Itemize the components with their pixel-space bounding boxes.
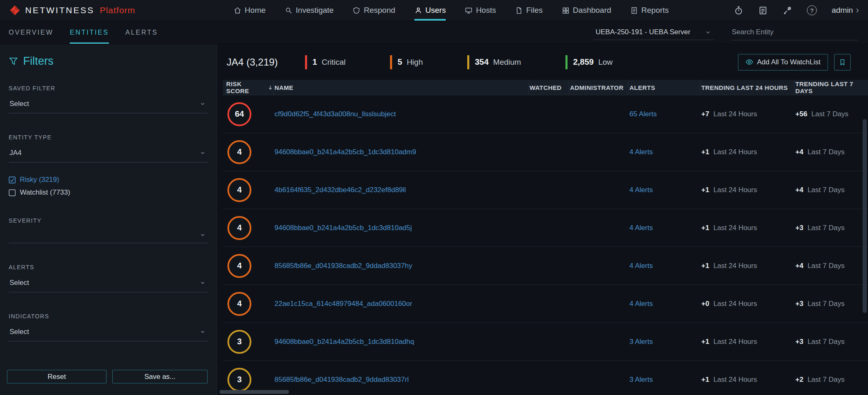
nav-item-dashboard[interactable]: Dashboard	[562, 0, 611, 21]
save-as-button[interactable]: Save as...	[112, 370, 208, 383]
export-bookmark-button[interactable]	[834, 54, 851, 71]
horizontal-scrollbar-thumb[interactable]	[220, 390, 289, 394]
table-row[interactable]: 4 22ae1c15ca_614c48979484_ada0600160or 4…	[223, 285, 868, 323]
entity-name-link[interactable]: 94608bbae0_b241a4a2b5cb_1dc3d810adhq	[274, 338, 414, 346]
chevron-down-icon	[200, 280, 206, 286]
respond-icon	[352, 7, 360, 14]
top-nav-right: ? admin ›	[734, 0, 859, 21]
saved-filter-select[interactable]: Select	[9, 98, 208, 113]
trend-7d-value: +4	[795, 148, 803, 156]
health-report-icon[interactable]	[758, 6, 768, 15]
table-row[interactable]: 4 94608bbae0_b241a4a2b5cb_1dc3d810adm9 4…	[223, 133, 868, 171]
entity-name-link[interactable]: cf9d0d62f5_4f43d3a008nu_llsslsubject	[274, 110, 396, 118]
entity-type-select[interactable]: JA4	[9, 147, 208, 162]
severity-medium: 354 Medium	[467, 55, 521, 69]
table-row[interactable]: 4 94608bbae0_b241a4a2b5cb_1dc3d810ad5j 4…	[223, 209, 868, 247]
alerts-link[interactable]: 4 Alerts	[629, 186, 653, 194]
col-watched[interactable]: WATCHED	[529, 80, 569, 95]
eye-icon	[745, 58, 753, 66]
table-row[interactable]: 64 cf9d0d62f5_4f43d3a008nu_llsslsubject …	[223, 95, 868, 133]
add-all-to-watchlist-button[interactable]: Add All To WatchList	[738, 54, 828, 71]
col-alerts[interactable]: ALERTS	[629, 80, 700, 95]
col-administrator[interactable]: ADMINISTRATOR	[569, 80, 629, 95]
nav-item-respond[interactable]: Respond	[352, 0, 395, 21]
table-row[interactable]: 3 85685fb86e_d041938cadb2_9ddad83037rl 3…	[223, 361, 868, 395]
trend-7d-label: Last 7 Days	[807, 338, 844, 346]
col-trending-7d[interactable]: TRENDING LAST 7 DAYS	[795, 80, 868, 95]
checkbox-checked-icon	[9, 176, 16, 183]
home-icon	[234, 7, 241, 14]
tab-entities[interactable]: ENTITIES	[70, 21, 109, 44]
sub-nav: OVERVIEW ENTITIES ALERTS UEBA-250-191 - …	[0, 21, 868, 44]
high-count: 5	[397, 57, 402, 67]
nav-item-hosts[interactable]: Hosts	[465, 0, 496, 21]
alerts-link[interactable]: 4 Alerts	[629, 300, 653, 308]
vertical-scrollbar-thumb[interactable]	[863, 119, 867, 313]
saved-filter-value: Select	[9, 100, 29, 108]
checkbox-label: Watchlist (7733)	[20, 188, 70, 197]
reset-button[interactable]: Reset	[7, 370, 106, 383]
tab-overview[interactable]: OVERVIEW	[9, 21, 53, 44]
entity-name-link[interactable]: 85685fb86e_d041938cadb2_9ddad83037hy	[274, 262, 412, 270]
tab-alerts[interactable]: ALERTS	[125, 21, 158, 44]
indicators-select[interactable]: Select	[9, 326, 208, 341]
trend-24h-label: Last 24 Hours	[713, 224, 757, 232]
col-trending-24h[interactable]: TRENDING LAST 24 HOURS	[700, 80, 795, 95]
trend-7d-value: +3	[795, 224, 803, 232]
top-nav: NETWITNESS Platform Home Investigate Res…	[0, 0, 868, 21]
alerts-link[interactable]: 4 Alerts	[629, 262, 653, 270]
user-menu[interactable]: admin ›	[832, 6, 859, 15]
saved-filter-label: SAVED FILTER	[9, 85, 208, 92]
entity-name-link[interactable]: 94608bbae0_b241a4a2b5cb_1dc3d810adm9	[274, 148, 416, 156]
nav-item-home[interactable]: Home	[234, 0, 266, 21]
alerts-link[interactable]: 3 Alerts	[629, 338, 653, 346]
entity-type-value: JA4	[9, 149, 21, 157]
alerts-link[interactable]: 4 Alerts	[629, 148, 653, 156]
timer-icon[interactable]	[734, 6, 743, 15]
table-row[interactable]: 3 94608bbae0_b241a4a2b5cb_1dc3d810adhq 3…	[223, 323, 868, 361]
search-entity-input[interactable]	[731, 24, 858, 40]
ueba-server-select[interactable]: UEBA-250-191 - UEBA Server	[593, 25, 714, 40]
trend-24h-value: +1	[701, 376, 709, 384]
table-row[interactable]: 4 85685fb86e_d041938cadb2_9ddad83037hy 4…	[223, 247, 868, 285]
col-risk-score[interactable]: RISK SCORE	[223, 80, 274, 95]
entity-name-link[interactable]: 4b6164f635_2d432dbe46c2_d232ef8d89ll	[274, 186, 406, 194]
alerts-value: Select	[9, 279, 29, 287]
entity-name-link[interactable]: 22ae1c15ca_614c48979484_ada0600160or	[274, 300, 412, 308]
risk-score-badge: 3	[227, 330, 251, 354]
entities-table: RISK SCORE NAME WATCHED ADMINISTRATOR AL…	[223, 80, 868, 395]
chevron-down-icon	[200, 329, 206, 335]
trend-24h-label: Last 24 Hours	[713, 262, 757, 270]
trend-24h-label: Last 24 Hours	[713, 148, 757, 156]
table-row[interactable]: 4 4b6164f635_2d432dbe46c2_d232ef8d89ll 4…	[223, 171, 868, 209]
alerts-link[interactable]: 4 Alerts	[629, 224, 653, 232]
checkbox-unchecked-icon	[9, 189, 16, 196]
help-icon[interactable]: ?	[807, 5, 817, 15]
risk-score-badge: 3	[227, 368, 251, 392]
nav-item-files[interactable]: Files	[515, 0, 543, 21]
alerts-select[interactable]: Select	[9, 277, 208, 292]
vertical-scrollbar[interactable]	[863, 71, 867, 389]
severity-select[interactable]	[9, 230, 208, 243]
risk-score-badge: 4	[227, 140, 251, 164]
brand[interactable]: NETWITNESS Platform	[9, 0, 135, 21]
nav-item-investigate[interactable]: Investigate	[285, 0, 334, 21]
severity-critical: 1 Critical	[305, 55, 345, 69]
nav-item-reports[interactable]: Reports	[630, 0, 669, 21]
tools-icon[interactable]	[783, 6, 792, 15]
entity-name-link[interactable]: 85685fb86e_d041938cadb2_9ddad83037rl	[274, 376, 409, 383]
filter-checkbox-risky[interactable]: Risky (3219)	[9, 176, 208, 184]
alerts-link[interactable]: 65 Alerts	[629, 110, 657, 118]
trend-7d-value: +3	[795, 300, 803, 308]
filter-checkbox-watchlist[interactable]: Watchlist (7733)	[9, 188, 208, 197]
col-name[interactable]: NAME	[274, 80, 529, 95]
trend-24h-value: +1	[701, 148, 709, 156]
nav-label: Respond	[364, 6, 395, 15]
nav-item-users[interactable]: Users	[414, 0, 446, 21]
chevron-down-icon	[705, 29, 711, 35]
entity-name-link[interactable]: 94608bbae0_b241a4a2b5cb_1dc3d810ad5j	[274, 224, 412, 232]
brand-product: Platform	[100, 5, 135, 15]
sort-desc-icon[interactable]	[267, 85, 273, 91]
medium-count: 354	[475, 57, 488, 67]
alerts-link[interactable]: 3 Alerts	[629, 376, 653, 383]
